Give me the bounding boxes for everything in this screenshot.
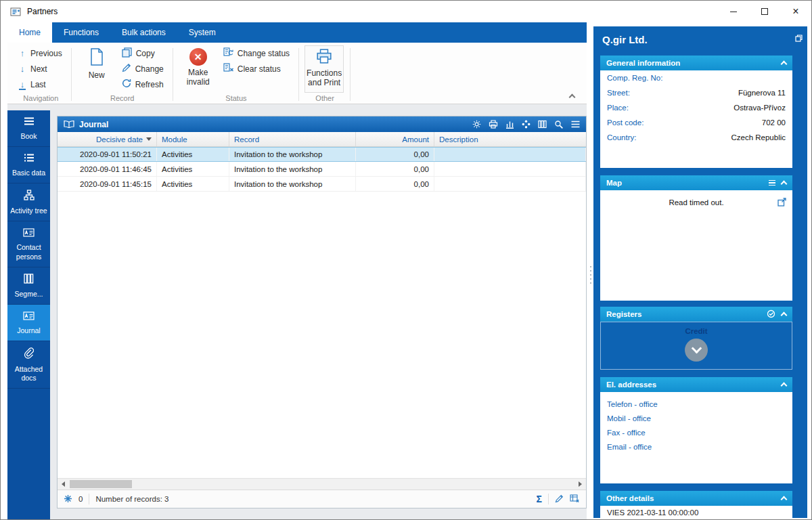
functions-and-print-button[interactable]: Functions and Print <box>304 45 344 93</box>
clear-status-button[interactable]: Clear status <box>221 61 292 77</box>
change-button[interactable]: Change <box>119 61 166 77</box>
journal-card-icon <box>23 311 35 323</box>
sum-button[interactable]: Σ <box>537 494 542 504</box>
chevron-up-icon[interactable] <box>781 383 788 389</box>
arrow-down-icon: ↓ <box>18 65 26 73</box>
close-button[interactable]: × <box>780 1 811 22</box>
minimize-button[interactable] <box>718 1 749 22</box>
company-header: Q.gir Ltd. <box>593 26 807 52</box>
new-document-icon <box>90 48 104 68</box>
asterisk-icon[interactable] <box>64 494 72 504</box>
edit-pencil-icon[interactable] <box>555 494 564 504</box>
column-header-module[interactable]: Module <box>157 132 229 146</box>
chevron-up-icon[interactable] <box>781 61 788 68</box>
tab-functions[interactable]: Functions <box>52 22 110 43</box>
chevron-up-icon <box>568 93 575 100</box>
company-name: Q.gir Ltd. <box>602 34 648 45</box>
printer-icon <box>316 49 332 66</box>
columns-icon[interactable] <box>538 120 547 129</box>
column-header-decisive-date[interactable]: Decisive date <box>58 132 157 146</box>
table-row[interactable]: 2020-09-01 11:45:15 Activities Invitatio… <box>58 177 586 192</box>
column-header-description[interactable]: Description <box>434 132 586 146</box>
section-header-el-addresses[interactable]: El. addresses <box>600 377 792 392</box>
clear-status-icon <box>223 63 233 74</box>
sidebar-item-book[interactable]: Book <box>7 110 50 147</box>
horizontal-scrollbar[interactable] <box>58 478 586 490</box>
divider <box>89 494 89 504</box>
tree-icon <box>24 190 35 203</box>
info-row: Comp. Reg. No: <box>600 70 792 85</box>
ribbon-group-record: New Copy Change <box>72 44 173 104</box>
settings-gear-icon[interactable] <box>472 120 481 129</box>
other-details-content: VIES 2021-03-11 00:00:00 <box>600 506 792 518</box>
paperclip-icon <box>24 347 34 362</box>
section-header-map[interactable]: Map <box>600 175 792 190</box>
table-row[interactable]: 2020-09-01 11:50:21 Activities Invitatio… <box>58 147 586 162</box>
el-address-link-telefon[interactable]: Telefon - office <box>600 397 792 411</box>
search-settings-icon[interactable] <box>554 120 564 129</box>
tab-home[interactable]: Home <box>7 22 52 43</box>
window-controls: × <box>718 1 811 22</box>
new-button[interactable]: New <box>77 45 116 93</box>
sidebar-item-contact-persons[interactable]: Contact persons <box>7 221 50 267</box>
collapse-ribbon-button[interactable] <box>566 91 577 100</box>
print-icon[interactable] <box>489 120 498 129</box>
el-address-link-fax[interactable]: Fax - office <box>600 425 792 439</box>
chevron-up-icon[interactable] <box>781 496 788 503</box>
detach-panel-icon[interactable] <box>795 32 803 45</box>
other-details-partial-row: VIES 2021-03-11 00:00:00 <box>600 506 792 517</box>
map-menu-icon[interactable] <box>769 180 775 186</box>
sidebar-item-journal[interactable]: Journal <box>7 305 50 341</box>
record-count-label: Number of records: 3 <box>95 495 168 503</box>
sidebar-item-activity-tree[interactable]: Activity tree <box>7 183 50 221</box>
sort-descending-icon <box>146 137 152 141</box>
ribbon-tabbar: Home Functions Bulk actions System <box>7 22 587 43</box>
column-header-amount[interactable]: Amount <box>356 132 434 146</box>
panel-splitter[interactable] <box>588 251 593 299</box>
chevron-up-icon[interactable] <box>781 181 788 188</box>
tab-system[interactable]: System <box>177 22 227 43</box>
refresh-button[interactable]: Refresh <box>119 77 166 92</box>
register-credit-button[interactable] <box>685 339 708 362</box>
section-header-registers[interactable]: Registers <box>600 307 792 322</box>
journal-statusbar: 0 Number of records: 3 Σ <box>58 490 586 508</box>
make-invalid-button[interactable]: ✕ Make invalid <box>179 45 218 93</box>
next-button[interactable]: ↓ Next <box>16 61 65 77</box>
book-icon <box>24 116 35 129</box>
maximize-button[interactable] <box>749 1 780 22</box>
change-status-button[interactable]: Change status <box>221 45 292 61</box>
sidebar-item-attached-docs[interactable]: Attached docs <box>7 341 50 389</box>
check-circle-icon[interactable] <box>767 309 775 320</box>
change-status-icon <box>223 47 233 59</box>
copy-button[interactable]: Copy <box>119 45 166 61</box>
scrollbar-thumb[interactable] <box>70 480 132 488</box>
map-content: Read timed out. <box>600 190 792 301</box>
scroll-left-button[interactable] <box>58 479 69 490</box>
table-row[interactable]: 2020-09-01 11:46:45 Activities Invitatio… <box>58 162 586 177</box>
el-address-link-email[interactable]: Email - office <box>600 439 792 454</box>
sidebar-item-segments[interactable]: Segme... <box>7 267 50 305</box>
chart-icon[interactable] <box>505 120 514 129</box>
column-header-record[interactable]: Record <box>229 132 356 146</box>
journal-panel-title: Journal <box>79 120 108 129</box>
grid-edit-icon[interactable] <box>570 494 580 504</box>
sidebar-item-basic-data[interactable]: Basic data <box>7 147 50 183</box>
scroll-right-button[interactable] <box>574 479 586 490</box>
external-link-icon[interactable] <box>777 197 786 209</box>
section-header-other-details[interactable]: Other details <box>600 491 792 506</box>
copy-icon <box>122 47 132 60</box>
menu-icon[interactable] <box>571 121 580 128</box>
tab-bulk-actions[interactable]: Bulk actions <box>110 22 177 43</box>
table-header: Decisive date Module Record Amount Descr… <box>58 132 586 147</box>
info-row: Country: Czech Republic <box>600 130 792 145</box>
map-error-message: Read timed out. <box>600 190 792 207</box>
related-records-icon[interactable] <box>522 120 531 129</box>
previous-button[interactable]: ↑ Previous <box>16 45 65 61</box>
el-address-link-mobil[interactable]: Mobil - office <box>600 411 792 425</box>
detail-panel: Q.gir Ltd. General information Comp. Reg… <box>593 26 807 518</box>
chevron-up-icon[interactable] <box>781 312 788 319</box>
section-header-general-information[interactable]: General information <box>600 56 792 70</box>
last-button[interactable]: ↓ Last <box>16 77 65 92</box>
general-information-content: Comp. Reg. No: Street: Fügnerova 11 Plac… <box>600 70 792 168</box>
workspace: Book Basic data Activity tree Contact pe… <box>7 104 587 519</box>
